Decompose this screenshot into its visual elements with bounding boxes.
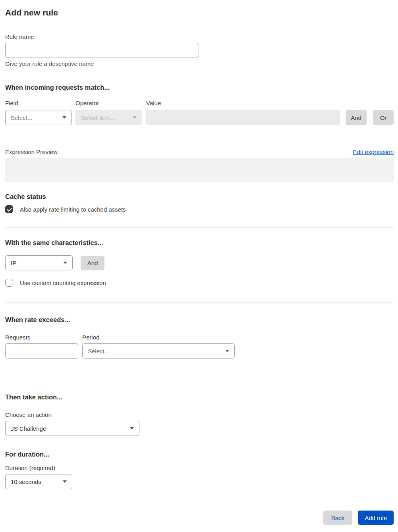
value-label: Value bbox=[146, 100, 340, 106]
characteristic-and-button[interactable]: And bbox=[81, 256, 104, 270]
cached-assets-checkbox[interactable] bbox=[5, 205, 13, 213]
requests-label: Requests bbox=[5, 334, 78, 341]
period-column: Period Select... bbox=[82, 334, 235, 359]
operator-select: Select item... bbox=[75, 110, 142, 125]
expression-preview-box bbox=[5, 158, 394, 182]
expression-preview-label: Expression Preview bbox=[5, 148, 58, 155]
operator-label: Operator bbox=[75, 100, 142, 106]
chevron-down-icon bbox=[225, 350, 229, 352]
cached-assets-checkbox-label: Also apply rate limiting to cached asset… bbox=[20, 206, 126, 213]
custom-counting-checkbox-label: Use custom counting expression bbox=[20, 279, 106, 286]
rule-name-label: Rule name bbox=[5, 33, 394, 40]
value-column: Value bbox=[146, 100, 340, 125]
period-label: Period bbox=[82, 334, 235, 341]
match-expression-row: Field Select... Operator Select item... … bbox=[5, 100, 394, 125]
counting-expression-row: Use custom counting expression bbox=[5, 279, 394, 287]
characteristics-row: IP And bbox=[5, 255, 394, 270]
cache-checkbox-row: Also apply rate limiting to cached asset… bbox=[5, 205, 394, 213]
characteristics-heading: With the same characteristics... bbox=[5, 239, 394, 247]
field-label: Field bbox=[5, 100, 72, 106]
action-select-value: JS Challenge bbox=[11, 425, 46, 432]
characteristic-select-value: IP bbox=[11, 260, 16, 266]
and-button[interactable]: And bbox=[346, 110, 367, 125]
operator-column: Operator Select item... bbox=[75, 100, 142, 125]
duration-heading: For duration... bbox=[5, 451, 394, 458]
chevron-down-icon bbox=[63, 480, 67, 483]
operator-select-value: Select item... bbox=[81, 114, 116, 121]
or-button[interactable]: Or bbox=[373, 110, 394, 125]
rate-row: Requests Period Select... bbox=[5, 334, 394, 359]
edit-expression-link[interactable]: Edit expression bbox=[353, 148, 394, 155]
requests-column: Requests bbox=[5, 334, 78, 359]
rule-name-helper: Give your rule a descriptive name bbox=[5, 60, 394, 67]
custom-counting-checkbox[interactable] bbox=[5, 279, 13, 287]
page-title: Add new rule bbox=[5, 8, 394, 17]
chevron-down-icon bbox=[130, 427, 134, 430]
divider bbox=[5, 379, 394, 379]
divider bbox=[5, 303, 394, 303]
value-input bbox=[146, 110, 340, 125]
rule-name-input[interactable] bbox=[5, 43, 199, 58]
field-select[interactable]: Select... bbox=[5, 110, 72, 125]
footer-actions: Back Add rule bbox=[5, 511, 394, 525]
back-button[interactable]: Back bbox=[323, 511, 352, 525]
duration-select-value: 10 seconds bbox=[11, 478, 41, 485]
characteristic-select[interactable]: IP bbox=[5, 255, 73, 270]
add-rule-button[interactable]: Add rule bbox=[358, 511, 394, 525]
requests-input[interactable] bbox=[5, 343, 78, 359]
chevron-down-icon bbox=[63, 262, 67, 264]
divider bbox=[5, 227, 394, 228]
field-column: Field Select... bbox=[5, 100, 72, 125]
expression-preview-header: Expression Preview Edit expression bbox=[5, 148, 394, 155]
field-select-value: Select... bbox=[11, 114, 32, 121]
action-heading: Then take action... bbox=[5, 393, 394, 401]
divider bbox=[5, 500, 394, 500]
cache-status-heading: Cache status bbox=[5, 193, 394, 200]
period-select-value: Select... bbox=[88, 348, 109, 355]
add-rule-form: Add new rule Rule name Give your rule a … bbox=[0, 0, 398, 530]
duration-select[interactable]: 10 seconds bbox=[5, 474, 72, 489]
chevron-down-icon bbox=[133, 116, 137, 119]
match-section-heading: When incoming requests match... bbox=[5, 84, 394, 91]
rate-heading: When rate exceeds... bbox=[5, 316, 394, 324]
action-label: Choose an action bbox=[5, 411, 394, 418]
chevron-down-icon bbox=[62, 116, 66, 119]
duration-label: Duration (required) bbox=[5, 465, 394, 471]
action-select[interactable]: JS Challenge bbox=[5, 421, 139, 436]
period-select[interactable]: Select... bbox=[82, 343, 235, 359]
